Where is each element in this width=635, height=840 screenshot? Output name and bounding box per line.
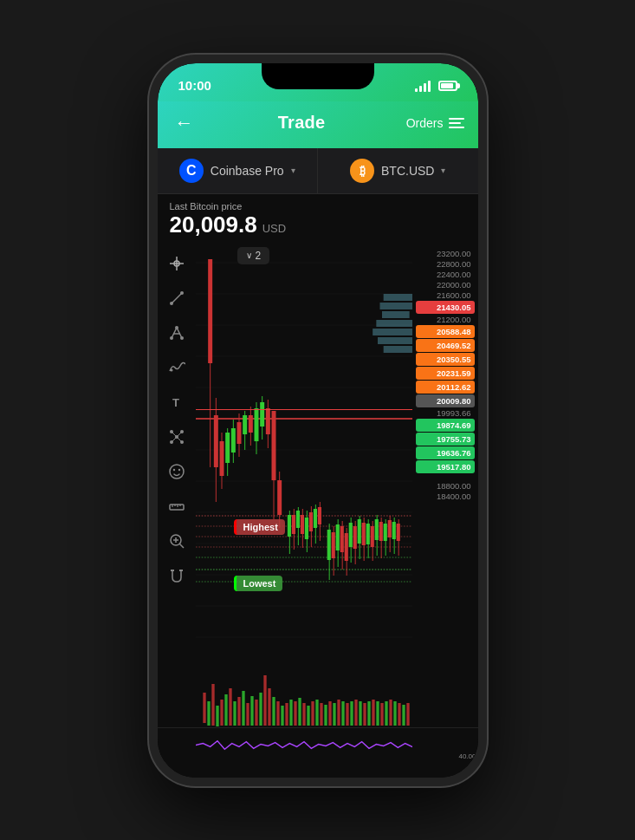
svg-rect-26: [170, 505, 184, 510]
svg-rect-180: [372, 700, 374, 726]
status-time: 10:00: [178, 78, 211, 93]
svg-rect-164: [302, 703, 305, 726]
svg-rect-69: [237, 422, 241, 444]
svg-rect-160: [285, 703, 288, 726]
magnet-tool[interactable]: [162, 561, 191, 590]
price-currency: USD: [262, 222, 286, 235]
svg-rect-83: [277, 480, 282, 515]
svg-rect-184: [389, 700, 392, 726]
exchange-selector[interactable]: C Coinbase Pro ▾: [158, 148, 319, 193]
svg-rect-172: [337, 700, 340, 726]
svg-rect-91: [300, 515, 303, 534]
orders-button[interactable]: Orders: [406, 116, 464, 130]
svg-rect-73: [248, 415, 252, 433]
svg-line-20: [177, 432, 182, 437]
text-tool[interactable]: T: [162, 387, 191, 417]
svg-rect-99: [317, 507, 321, 524]
price-label: Last Bitcoin price: [170, 201, 466, 212]
svg-rect-111: [348, 523, 352, 547]
price-value: 20,009.8 USD: [170, 212, 466, 238]
svg-rect-144: [216, 706, 218, 726]
svg-rect-149: [237, 697, 240, 726]
interval-badge[interactable]: ∨ 2: [237, 247, 270, 264]
header: ← Trade Orders: [158, 101, 478, 148]
svg-rect-152: [250, 696, 253, 726]
pair-chevron: ▾: [441, 166, 445, 175]
svg-rect-151: [246, 703, 249, 726]
svg-rect-181: [376, 701, 379, 726]
price-tick-19755: 19755.73: [416, 433, 475, 446]
svg-rect-71: [243, 415, 247, 434]
price-tick-20231: 20231.59: [416, 367, 475, 380]
zoom-tool[interactable]: [162, 526, 191, 556]
price-tick-22000: 22000.00: [416, 280, 475, 290]
svg-rect-97: [313, 509, 316, 528]
svg-rect-143: [211, 684, 214, 726]
svg-rect-147: [229, 688, 231, 726]
svg-rect-65: [225, 433, 230, 463]
fork-tool[interactable]: [162, 318, 191, 348]
svg-rect-186: [398, 703, 400, 726]
svg-rect-79: [265, 408, 269, 434]
svg-line-5: [172, 293, 182, 303]
svg-rect-61: [213, 415, 217, 467]
crosshair-tool[interactable]: [162, 249, 191, 278]
svg-point-12: [170, 368, 172, 371]
back-button[interactable]: ←: [172, 108, 198, 138]
price-tick-21600: 21600.00: [416, 290, 475, 300]
svg-text:T: T: [172, 396, 179, 409]
svg-rect-140: [383, 346, 411, 353]
svg-rect-131: [392, 522, 395, 539]
svg-rect-175: [350, 701, 353, 726]
phone-frame: 10:00 ← Trade Orders: [149, 55, 487, 786]
svg-rect-136: [382, 311, 410, 318]
phone-screen: 10:00 ← Trade Orders: [158, 63, 478, 778]
price-tick-20112: 20112.62: [416, 381, 475, 394]
price-tick-19636: 19636.76: [416, 446, 475, 459]
highest-label: Highest: [234, 519, 285, 535]
svg-point-24: [172, 468, 174, 470]
svg-rect-146: [224, 694, 227, 726]
svg-rect-89: [295, 511, 299, 528]
line-tool[interactable]: [162, 283, 191, 313]
svg-line-10: [177, 328, 182, 338]
chart-toolbar: T: [158, 242, 196, 658]
svg-rect-154: [259, 693, 262, 726]
svg-line-19: [172, 432, 177, 437]
pair-selector[interactable]: ₿ BTC.USD ▾: [318, 148, 478, 193]
svg-rect-150: [242, 691, 244, 726]
svg-rect-165: [307, 706, 309, 726]
svg-rect-93: [304, 518, 308, 539]
svg-rect-141: [203, 693, 205, 723]
svg-rect-153: [255, 700, 257, 726]
candlestick-chart: [196, 242, 412, 658]
svg-rect-142: [207, 701, 210, 726]
emoji-tool[interactable]: [162, 457, 191, 486]
lowest-label: Lowest: [234, 576, 283, 591]
svg-rect-125: [379, 522, 382, 541]
price-tick-23200: 23200.00: [416, 249, 475, 258]
svg-rect-119: [366, 524, 369, 544]
svg-rect-123: [374, 519, 378, 540]
svg-rect-171: [333, 703, 335, 726]
price-tick-18800: 18800.00: [416, 481, 475, 491]
exchange-chevron: ▾: [291, 166, 295, 175]
ruler-tool[interactable]: [162, 492, 191, 521]
svg-rect-109: [344, 533, 347, 561]
indicator-chart: [196, 728, 412, 762]
svg-rect-133: [396, 524, 399, 541]
price-axis: 23200.00 22800.00 22400.00 22000.00 2160…: [412, 242, 478, 658]
node-tool[interactable]: [162, 422, 191, 452]
svg-rect-77: [260, 402, 264, 427]
price-number: 20,009.8: [170, 212, 257, 238]
svg-rect-174: [346, 703, 348, 726]
svg-line-22: [177, 437, 182, 442]
svg-rect-185: [393, 701, 396, 726]
chart-area[interactable]: ∨ 2 Highest Lowest: [196, 242, 412, 658]
svg-rect-155: [263, 675, 266, 726]
svg-rect-117: [361, 523, 365, 545]
notch: [262, 63, 374, 89]
svg-rect-127: [383, 524, 386, 541]
price-tick-20588: 20588.48: [416, 325, 475, 338]
wave-tool[interactable]: [162, 353, 191, 382]
